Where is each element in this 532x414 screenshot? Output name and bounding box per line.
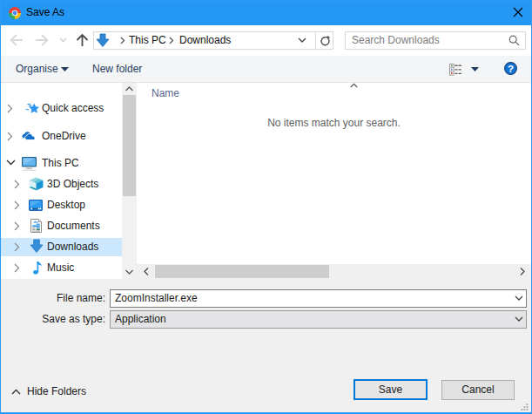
svg-text:?: ? (508, 64, 514, 74)
